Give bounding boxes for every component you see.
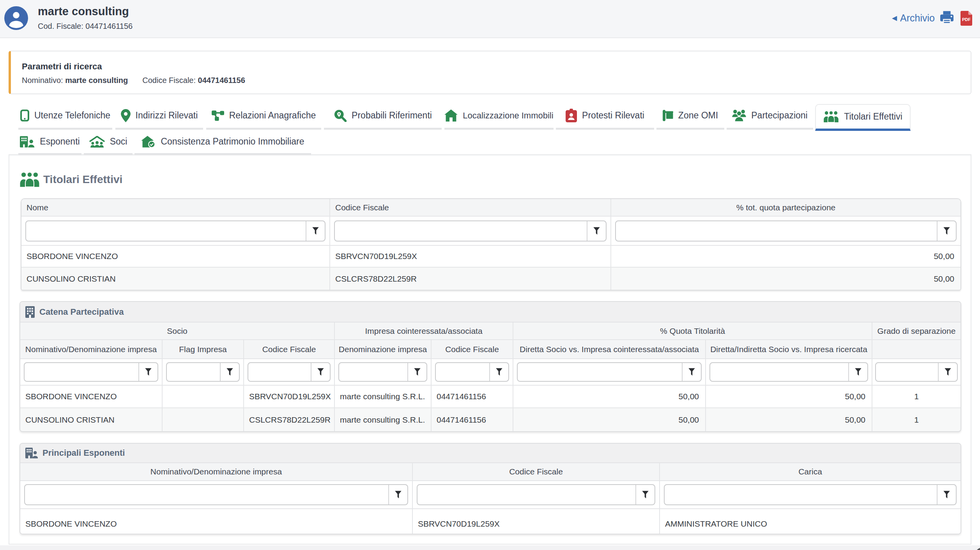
svg-text:PDF: PDF bbox=[962, 17, 971, 22]
